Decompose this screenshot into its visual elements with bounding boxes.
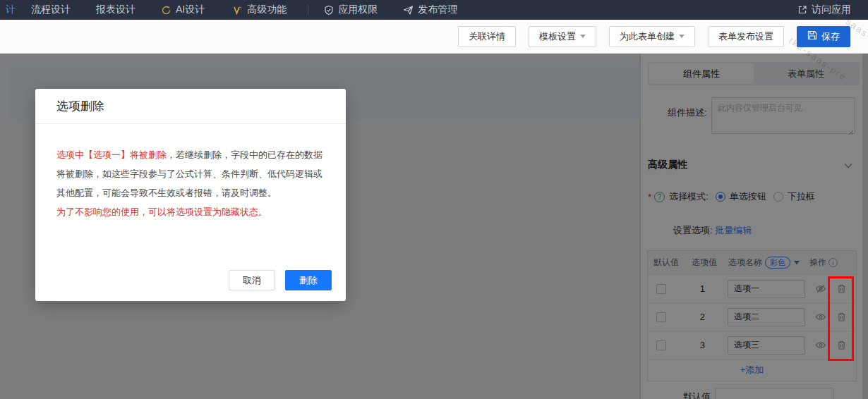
chevron-down-icon	[580, 35, 586, 38]
nav-item-process-design[interactable]: 流程设计	[31, 4, 71, 16]
form-publish-settings-button[interactable]: 表单发布设置	[708, 26, 784, 47]
access-app-button[interactable]: 访问应用	[797, 4, 851, 16]
shield-check-icon	[324, 5, 334, 16]
option-delete-modal: 选项删除 选项中【选项一】将被删除，若继续删除，字段中的已存在的数据将被删除，如…	[35, 89, 346, 301]
nav-item-label: 计	[6, 4, 16, 16]
create-for-form-label: 为此表单创建	[620, 30, 675, 43]
form-toolbar: 关联详情 模板设置 为此表单创建 表单发布设置 保存	[0, 20, 868, 54]
modal-footer: 取消 删除	[35, 270, 346, 301]
nav-item-advanced-features[interactable]: 高级功能	[233, 4, 287, 16]
save-button[interactable]: 保存	[797, 26, 850, 47]
warning-tip: 为了不影响您的使用，可以将选项设置为隐藏状态。	[56, 202, 325, 221]
nav-item-app-permissions[interactable]: 应用权限	[324, 4, 378, 16]
delete-button[interactable]: 删除	[285, 270, 332, 290]
app-screen: 计 流程设计 报表设计 AI设计 高级功能 应用权限	[0, 0, 868, 399]
nav-item-label: 应用权限	[338, 4, 378, 16]
nav-item-publish-management[interactable]: 发布管理	[403, 4, 457, 16]
access-app-label: 访问应用	[812, 4, 851, 16]
modal-header: 选项删除	[35, 89, 346, 124]
nav-item-report-design[interactable]: 报表设计	[96, 4, 135, 16]
paper-plane-icon	[403, 5, 414, 16]
save-icon	[807, 30, 817, 42]
nav-item-label: 高级功能	[247, 4, 287, 16]
template-settings-button[interactable]: 模板设置	[529, 26, 596, 47]
nav-item-ai-design[interactable]: AI设计	[161, 4, 205, 16]
nav-item-form-design-partial[interactable]: 计	[6, 4, 16, 16]
magic-wand-icon	[233, 5, 243, 16]
save-label: 保存	[821, 30, 840, 43]
modal-title: 选项删除	[56, 98, 104, 114]
nav-item-label: 流程设计	[31, 4, 71, 16]
warning-highlight: 选项中【选项一】将被删除	[56, 149, 167, 160]
warning-paragraph: 选项中【选项一】将被删除，若继续删除，字段中的已存在的数据将被删除，如这些字段参…	[56, 145, 325, 202]
template-settings-label: 模板设置	[539, 30, 576, 43]
open-app-icon	[797, 5, 807, 15]
nav-item-label: AI设计	[176, 4, 205, 16]
nav-item-label: 报表设计	[96, 4, 135, 16]
nav-item-label: 发布管理	[418, 4, 457, 16]
nav-divider	[308, 5, 308, 15]
ai-sparkle-icon	[161, 5, 171, 16]
panel-scrollbar[interactable]	[862, 54, 868, 399]
top-navbar: 计 流程设计 报表设计 AI设计 高级功能 应用权限	[0, 0, 868, 20]
cancel-button[interactable]: 取消	[229, 270, 275, 290]
form-publish-settings-label: 表单发布设置	[718, 30, 773, 43]
create-for-form-button[interactable]: 为此表单创建	[609, 26, 695, 47]
modal-body: 选项中【选项一】将被删除，若继续删除，字段中的已存在的数据将被删除，如这些字段参…	[35, 124, 346, 221]
chevron-down-icon	[679, 35, 685, 38]
related-detail-label: 关联详情	[469, 30, 505, 43]
related-detail-button[interactable]: 关联详情	[458, 26, 516, 47]
